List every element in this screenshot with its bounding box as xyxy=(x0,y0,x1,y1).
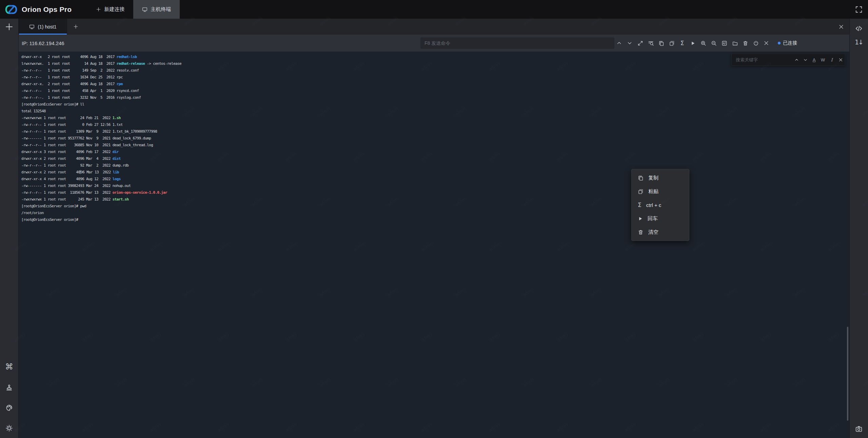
terminal-lines: drwxr-xr-x 2 root root 4096 Aug 18 2017 … xyxy=(19,52,849,225)
left-sidebar: ⌘ xyxy=(0,19,19,438)
context-menu: 复制 粘贴 Σ ctrl + c 回车 清空 xyxy=(631,169,689,241)
topbar: Orion Ops Pro 新建连接 主机终端 xyxy=(0,0,868,19)
context-ctrl-c[interactable]: Σ ctrl + c xyxy=(632,198,689,212)
disconnect-button[interactable] xyxy=(753,35,759,52)
terminal-toolbar: IP: 116.62.194.246 Σ 已连接 xyxy=(19,35,849,52)
terminal-line: drwxr-xr-x 4 root root 4096 Aug 12 2022 … xyxy=(21,176,847,183)
terminal-line: -rwxrwxrwx 1 root root 245 Mar 13 2022 s… xyxy=(21,196,847,203)
close-icon xyxy=(839,58,843,62)
terminal-line: -rw-r--r-- 1 root root 149 Sep 2 2022 re… xyxy=(21,67,847,74)
terminal-line: [root@OrionEcsServer orion]# pwd xyxy=(21,203,847,210)
zoom-out-icon xyxy=(711,40,717,46)
terminal-line: /root/orion xyxy=(21,210,847,216)
stamp-icon[interactable] xyxy=(5,384,13,391)
context-clear[interactable]: 清空 xyxy=(632,225,689,239)
brand: Orion Ops Pro xyxy=(0,0,78,19)
terminal-line: -rwxrwxrwx 1 root root 24 Feb 21 2022 1.… xyxy=(21,115,847,121)
terminal-line: -rw-r--r-- 1 root root 36885 Nov 10 2021… xyxy=(21,142,847,149)
terminal-line: -rw------- 1 root root 39082493 Mar 24 2… xyxy=(21,183,847,189)
paste-button[interactable] xyxy=(669,35,675,52)
search-next-button[interactable] xyxy=(801,54,810,66)
chevron-up-icon xyxy=(616,40,622,46)
expand-icon xyxy=(637,40,643,46)
close-icon xyxy=(764,40,769,46)
terminal-line: drwxr-xr-x 2 root root 4096 Mar 13 2022 … xyxy=(21,169,847,176)
menu-host-terminal[interactable]: 主机终端 xyxy=(133,0,180,19)
menu-new-connection[interactable]: 新建连接 xyxy=(87,0,133,19)
terminal-line: -rw-r--r-- 1 root root 0 Feb 27 12:56 1.… xyxy=(21,121,847,128)
terminal-output[interactable]: drwxr-xr-x 2 root root 4096 Aug 18 2017 … xyxy=(19,52,849,438)
search-history-icon xyxy=(648,40,654,46)
close-session-button[interactable] xyxy=(763,35,769,52)
monitor-icon xyxy=(142,7,147,12)
terminal-line: -rw-r--r-- 1 root root 458 Apr 1 2020 rs… xyxy=(21,88,847,94)
copy-icon xyxy=(658,40,664,46)
chevron-down-icon xyxy=(627,40,632,46)
sigma-icon: Σ xyxy=(638,202,642,208)
app-title: Orion Ops Pro xyxy=(22,5,72,14)
terminal-line: drwxr-xr-x. 2 root root 4096 Aug 18 2017… xyxy=(21,81,847,88)
palette-icon[interactable] xyxy=(5,404,13,412)
search-prev-button[interactable] xyxy=(792,54,801,66)
code-block-icon xyxy=(722,40,727,46)
regex-button[interactable]: I xyxy=(827,54,836,66)
terminal-line: total 132548 xyxy=(21,108,847,115)
close-icon xyxy=(839,24,844,30)
resize-button[interactable] xyxy=(637,35,643,52)
play-icon xyxy=(690,41,695,46)
enter-button[interactable] xyxy=(690,35,696,52)
screenshot-camera-icon[interactable] xyxy=(855,425,863,433)
fullscreen-icon[interactable] xyxy=(855,6,863,13)
terminal-line: -rw-r--r-- 1 root root 1309 Mar 9 2022 1… xyxy=(21,128,847,135)
terminal-line: drwxr-xr-x 2 root root 4096 Aug 18 2017 … xyxy=(21,54,847,60)
zoom-in-icon xyxy=(701,40,706,46)
send-command-input[interactable] xyxy=(420,37,614,49)
terminal-line: -rw-r--r-- 1 root root 1185676 Mar 13 20… xyxy=(21,189,847,196)
power-icon xyxy=(753,40,759,46)
plus-icon xyxy=(73,24,78,29)
chevron-up-icon xyxy=(794,58,799,62)
copy-button[interactable] xyxy=(658,35,664,52)
terminal-search-bar: A W I xyxy=(731,54,845,66)
top-menu: 新建连接 主机终端 xyxy=(87,0,180,19)
context-copy[interactable]: 复制 xyxy=(632,171,689,185)
close-all-tabs-button[interactable] xyxy=(839,19,849,35)
monitor-icon xyxy=(29,24,35,30)
line-arrows-icon[interactable]: 1↓ xyxy=(855,38,863,46)
context-paste[interactable]: 粘贴 xyxy=(632,185,689,198)
code-panel-icon[interactable] xyxy=(855,25,863,32)
scroll-up-button[interactable] xyxy=(616,35,622,52)
search-close-button[interactable] xyxy=(836,54,845,66)
zoom-out-button[interactable] xyxy=(711,35,717,52)
add-connection-button[interactable] xyxy=(5,23,13,31)
copy-icon xyxy=(638,175,644,181)
ctrl-c-button[interactable]: Σ xyxy=(679,35,685,52)
terminal-line: drwxr-xr-x 3 root root 4096 Feb 17 2022 … xyxy=(21,149,847,155)
orion-logo-icon xyxy=(5,4,18,15)
plus-icon xyxy=(96,7,101,12)
terminal-line: lrwxrwxrwx. 1 root root 14 Aug 18 2017 r… xyxy=(21,60,847,67)
zoom-in-button[interactable] xyxy=(700,35,706,52)
tab-host1[interactable]: (1) host1 xyxy=(19,19,67,35)
sftp-folder-button[interactable] xyxy=(732,35,738,52)
terminal-tabbar: (1) host1 xyxy=(19,19,849,35)
code-block-button[interactable] xyxy=(721,35,727,52)
clear-button[interactable] xyxy=(742,35,748,52)
new-tab-button[interactable] xyxy=(67,19,84,35)
terminal-line: [root@OrionEcsServer orion]# xyxy=(21,216,847,223)
paste-icon xyxy=(669,40,675,46)
sigma-icon: Σ xyxy=(680,40,684,46)
search-input[interactable] xyxy=(732,57,792,62)
terminal-line: -rw-r--r--. 1 root root 3232 Nov 5 2016 … xyxy=(21,94,847,101)
command-shortcuts-icon[interactable]: ⌘ xyxy=(5,363,13,371)
chevron-down-icon xyxy=(803,58,808,62)
scroll-down-button[interactable] xyxy=(627,35,633,52)
whole-word-button[interactable]: W xyxy=(818,54,827,66)
gear-icon[interactable] xyxy=(5,424,13,432)
host-ip-label: IP: 116.62.194.246 xyxy=(22,40,64,46)
command-history-button[interactable] xyxy=(648,35,654,52)
terminal-scrollbar-thumb[interactable] xyxy=(847,327,848,421)
context-enter[interactable]: 回车 xyxy=(632,212,689,225)
match-case-button[interactable]: A xyxy=(810,54,818,66)
folder-icon xyxy=(732,40,738,46)
